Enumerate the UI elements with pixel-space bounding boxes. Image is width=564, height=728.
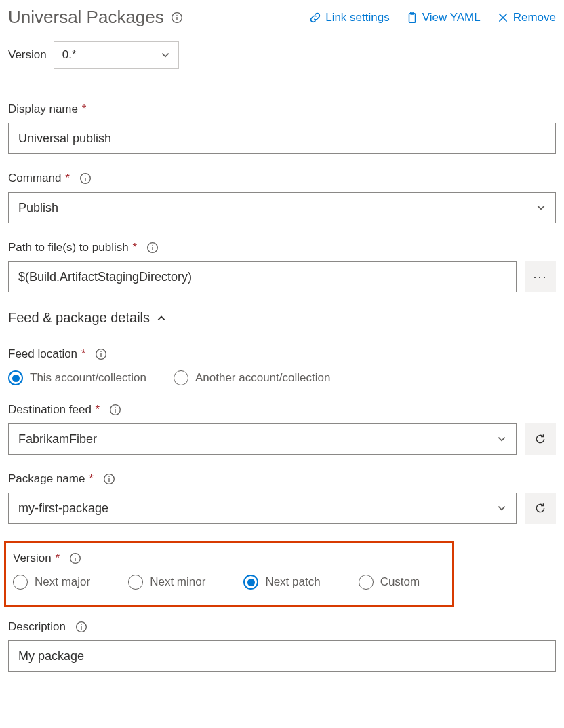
package-name-field: Package name * my-first-package: [8, 472, 556, 524]
path-input[interactable]: [8, 261, 517, 292]
info-icon[interactable]: [103, 473, 115, 485]
radio-next-major[interactable]: Next major: [13, 575, 90, 590]
chevron-down-icon: [497, 503, 506, 513]
chevron-down-icon: [497, 434, 506, 444]
header-left: Universal Packages: [8, 7, 183, 28]
radio-custom[interactable]: Custom: [359, 575, 420, 590]
svg-point-21: [108, 476, 109, 477]
browse-button[interactable]: ···: [525, 261, 556, 292]
remove-button[interactable]: Remove: [497, 11, 556, 24]
refresh-button[interactable]: [525, 423, 556, 455]
info-icon[interactable]: [69, 552, 81, 564]
ellipsis-icon: ···: [533, 270, 547, 284]
chevron-down-icon: [536, 203, 546, 212]
dest-feed-select[interactable]: FabrikamFiber: [8, 423, 517, 455]
section-title: Feed & package details: [8, 310, 150, 326]
radio-next-minor[interactable]: Next minor: [128, 575, 205, 590]
radio-this-label: This account/collection: [30, 371, 146, 385]
header-row: Universal Packages Link settings View YA…: [8, 7, 556, 28]
clipboard-icon: [406, 12, 418, 24]
radio-next-patch[interactable]: Next patch: [243, 575, 320, 590]
header-actions: Link settings View YAML Remove: [309, 11, 556, 24]
info-icon[interactable]: [146, 242, 159, 254]
command-label: Command *: [8, 172, 70, 185]
view-yaml-label: View YAML: [422, 11, 481, 24]
svg-point-9: [85, 176, 85, 176]
link-settings-button[interactable]: Link settings: [309, 11, 390, 24]
top-version-row: Version 0.*: [8, 41, 556, 69]
svg-point-12: [152, 245, 153, 246]
radio-patch-label: Next patch: [265, 575, 320, 589]
svg-point-15: [101, 351, 102, 352]
top-version-select[interactable]: 0.*: [54, 41, 179, 69]
link-settings-label: Link settings: [325, 11, 390, 24]
view-yaml-button[interactable]: View YAML: [406, 11, 481, 24]
description-label: Description: [8, 620, 66, 634]
refresh-icon: [534, 502, 546, 514]
info-icon[interactable]: [79, 172, 92, 185]
radio-another-label: Another account/collection: [195, 371, 330, 385]
package-name-value: my-first-package: [18, 501, 108, 516]
info-icon[interactable]: [95, 348, 107, 360]
close-icon: [497, 12, 509, 24]
feed-location-field: Feed location * This account/collection …: [8, 347, 556, 385]
path-field: Path to file(s) to publish * ···: [8, 241, 556, 292]
info-icon[interactable]: [75, 621, 87, 633]
version-section-highlight: Version * Next major Next minor Next pat…: [4, 541, 454, 607]
dest-feed-value: FabrikamFiber: [18, 432, 97, 446]
radio-major-label: Next major: [35, 575, 90, 589]
path-label: Path to file(s) to publish *: [8, 241, 137, 254]
command-field: Command * Publish: [8, 172, 556, 223]
chevron-down-icon: [161, 50, 170, 60]
link-icon: [309, 12, 321, 24]
svg-point-24: [75, 556, 75, 556]
svg-point-18: [115, 407, 116, 408]
description-field: Description: [8, 620, 556, 672]
radio-this-account[interactable]: This account/collection: [8, 370, 146, 385]
package-name-label: Package name *: [8, 472, 94, 486]
top-version-label: Version: [8, 48, 47, 62]
display-name-field: Display name *: [8, 102, 556, 154]
feed-location-label: Feed location *: [8, 347, 85, 361]
dest-feed-field: Destination feed * FabrikamFiber: [8, 403, 556, 455]
display-name-label: Display name *: [8, 102, 86, 116]
page-title: Universal Packages: [8, 7, 164, 28]
radio-another-account[interactable]: Another account/collection: [174, 370, 330, 385]
description-input[interactable]: [8, 640, 556, 672]
section-feed-package[interactable]: Feed & package details: [8, 310, 556, 326]
package-name-select[interactable]: my-first-package: [8, 493, 517, 524]
command-value: Publish: [18, 201, 58, 215]
command-select[interactable]: Publish: [8, 192, 556, 223]
info-icon[interactable]: [171, 12, 183, 24]
dest-feed-label: Destination feed *: [8, 403, 100, 417]
svg-rect-3: [409, 13, 415, 22]
svg-point-27: [81, 624, 81, 625]
radio-minor-label: Next minor: [150, 575, 205, 589]
refresh-icon: [534, 433, 546, 445]
top-version-value: 0.*: [62, 48, 77, 62]
info-icon[interactable]: [109, 404, 121, 416]
chevron-up-icon: [157, 313, 166, 323]
svg-point-2: [176, 14, 177, 15]
radio-custom-label: Custom: [380, 575, 420, 589]
refresh-button[interactable]: [525, 493, 556, 524]
remove-label: Remove: [513, 11, 556, 24]
display-name-input[interactable]: [8, 123, 556, 154]
version-label: Version *: [13, 552, 60, 565]
